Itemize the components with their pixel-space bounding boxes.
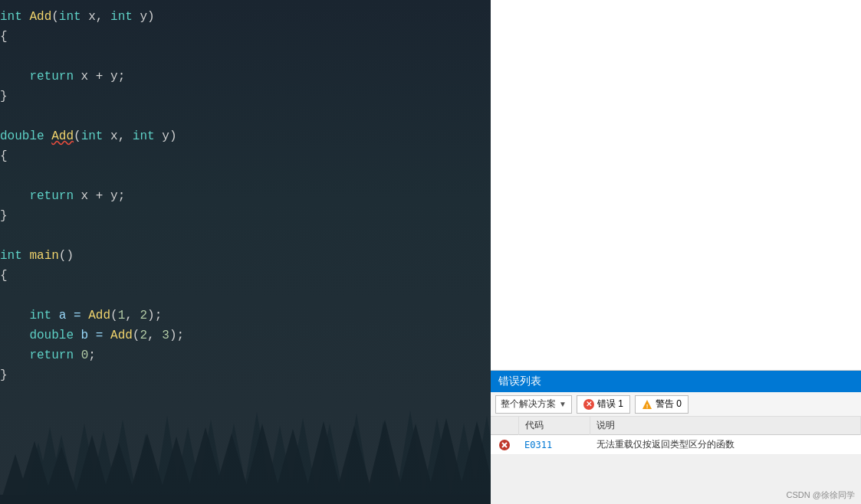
code-line-7: double Add(int x, int y) xyxy=(0,127,491,147)
code-content: int Add(int x, int y) { return x + y; } … xyxy=(0,0,491,394)
code-line-1-text: int Add(int x, int y) xyxy=(0,8,483,28)
error-count-badge[interactable]: ✕ 错误 1 xyxy=(577,395,630,414)
code-line-18: return 0; xyxy=(0,346,491,366)
code-line-8: { xyxy=(0,147,491,167)
code-line-18-text: return 0; xyxy=(0,346,483,366)
code-line-17-text: double b = Add(2, 3); xyxy=(0,326,483,346)
error-row-icon xyxy=(497,439,512,451)
code-line-12 xyxy=(0,227,491,247)
error-toolbar: 整个解决方案 ▼ ✕ 错误 1 ! 警告 0 xyxy=(491,392,861,417)
right-panel: 错误列表 整个解决方案 ▼ ✕ 错误 1 ! 警告 0 xyxy=(491,0,861,504)
error-row-icon-cell xyxy=(491,435,518,455)
warning-triangle-icon: ! xyxy=(642,399,652,410)
code-line-16-text: int a = Add(1, 2); xyxy=(0,306,483,326)
error-panel-header: 错误列表 xyxy=(491,371,861,392)
code-line-8-text: { xyxy=(0,147,483,167)
dropdown-arrow-icon: ▼ xyxy=(559,400,567,408)
code-line-13-text: int main() xyxy=(0,247,483,267)
code-line-1: int Add(int x, int y) xyxy=(0,8,491,28)
warning-count-label: 警告 0 xyxy=(656,398,682,411)
code-line-2: { xyxy=(0,28,491,47)
col-icon xyxy=(491,417,518,435)
svg-rect-38 xyxy=(0,495,491,504)
code-line-7-text: double Add(int x, int y) xyxy=(0,127,483,147)
code-line-17: double b = Add(2, 3); xyxy=(0,326,491,346)
error-code-cell: E0311 xyxy=(518,435,590,455)
code-line-10: return x + y; xyxy=(0,187,491,207)
col-code: 代码 xyxy=(518,417,590,435)
code-line-13: int main() xyxy=(0,247,491,267)
code-line-19-text: } xyxy=(0,366,483,386)
code-line-4-text: return x + y; xyxy=(0,67,483,87)
warning-count-badge[interactable]: ! 警告 0 xyxy=(635,395,688,414)
code-line-3-text xyxy=(0,47,483,67)
error-panel-title: 错误列表 xyxy=(498,375,541,388)
code-line-15 xyxy=(0,286,491,306)
code-line-16: int a = Add(1, 2); xyxy=(0,306,491,326)
code-line-11: } xyxy=(0,207,491,227)
error-circle-icon: ✕ xyxy=(583,399,594,410)
code-line-9 xyxy=(0,167,491,187)
error-code: E0311 xyxy=(524,440,552,450)
code-line-5: } xyxy=(0,87,491,107)
error-description: 无法重载仅按返回类型区分的函数 xyxy=(596,439,734,450)
error-table-header: 代码 说明 xyxy=(491,417,861,435)
code-line-10-text: return x + y; xyxy=(0,187,483,207)
code-line-3 xyxy=(0,47,491,67)
code-line-4: return x + y; xyxy=(0,67,491,87)
error-description-cell: 无法重载仅按返回类型区分的函数 xyxy=(590,435,861,455)
code-line-2-text: { xyxy=(0,28,483,47)
code-editor: int Add(int x, int y) { return x + y; } … xyxy=(0,0,491,504)
code-line-6 xyxy=(0,107,491,127)
col-description: 说明 xyxy=(590,417,861,435)
code-line-5-text: } xyxy=(0,87,483,107)
svg-text:!: ! xyxy=(646,403,649,410)
watermark: CSDN @徐徐同学 xyxy=(787,489,855,501)
solution-label: 整个解决方案 xyxy=(501,398,556,411)
error-panel: 错误列表 整个解决方案 ▼ ✕ 错误 1 ! 警告 0 xyxy=(491,370,861,504)
code-line-14: { xyxy=(0,267,491,286)
table-row[interactable]: E0311 无法重载仅按返回类型区分的函数 xyxy=(491,435,861,455)
solution-dropdown[interactable]: 整个解决方案 ▼ xyxy=(495,395,572,414)
code-line-19: } xyxy=(0,366,491,386)
code-line-14-text: { xyxy=(0,267,483,286)
error-count-label: 错误 1 xyxy=(597,398,623,411)
code-line-11-text: } xyxy=(0,207,483,227)
watermark-text: CSDN @徐徐同学 xyxy=(787,490,855,499)
error-table: 代码 说明 xyxy=(491,417,861,455)
